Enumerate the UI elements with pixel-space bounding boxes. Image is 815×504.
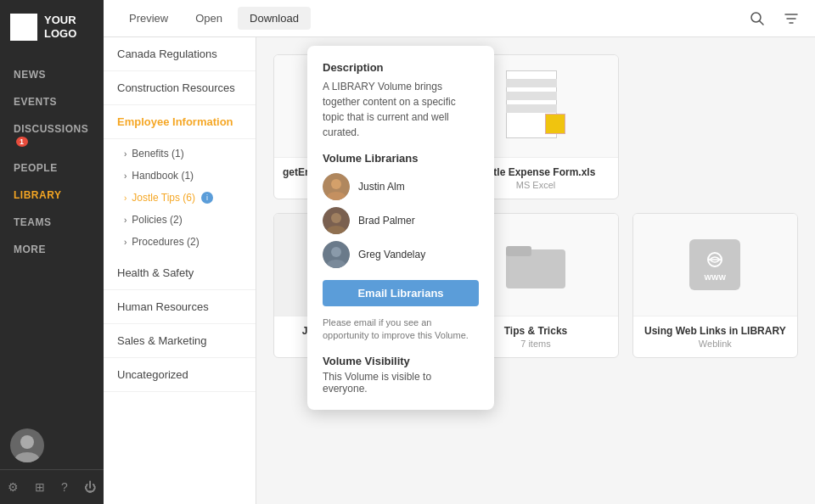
employee-information-item[interactable]: Employee Information [104, 105, 256, 139]
equalizer-icon[interactable]: ⊞ [35, 480, 45, 494]
email-librarians-button[interactable]: Email Librarians [323, 280, 479, 306]
sidebar: YOUR LOGO NEWS EVENTS DISCUSSIONS 1 PEOP… [0, 0, 104, 504]
topbar: Preview Open Download [104, 0, 815, 37]
popup-description-title: Description [323, 61, 479, 74]
settings-icon[interactable]: ⚙ [8, 480, 19, 494]
chevron-right-icon: › [124, 193, 126, 203]
sidebar-item-teams[interactable]: TEAMS [0, 209, 104, 236]
preview-btn[interactable]: Preview [117, 7, 180, 30]
panel-section: Canada Regulations Construction Resource… [104, 37, 256, 392]
health-safety-item[interactable]: Health & Safety [104, 256, 256, 290]
librarian-list: Justin Alm Brad Palmer [323, 173, 479, 268]
human-resources-item[interactable]: Human Resources [104, 290, 256, 324]
search-icon[interactable] [744, 5, 771, 32]
sales-marketing-item[interactable]: Sales & Marketing [104, 324, 256, 358]
librarian-3-avatar [323, 241, 350, 268]
employee-sub-items: › Benefits (1) › Handbook (1) › Jostle T… [104, 139, 256, 256]
chevron-right-icon: › [124, 216, 126, 225]
benefits-item[interactable]: › Benefits (1) [104, 143, 256, 165]
sidebar-item-people[interactable]: PEOPLE [0, 154, 104, 182]
librarian-3: Greg Vandelay [323, 241, 479, 268]
svg-point-1 [15, 452, 39, 462]
sidebar-item-discussions[interactable]: DISCUSSIONS 1 [0, 115, 104, 154]
open-btn[interactable]: Open [183, 7, 234, 30]
grid-area: Description A LIBRARY Volume brings toge… [256, 37, 815, 504]
librarian-1: Justin Alm [323, 173, 479, 200]
policies-item[interactable]: › Policies (2) [104, 209, 256, 231]
librarian-2: Brad Palmer [323, 207, 479, 234]
sidebar-item-events[interactable]: EVENTS [0, 88, 104, 115]
librarian-2-avatar [323, 207, 350, 234]
chevron-right-icon: › [124, 171, 126, 181]
procedures-item[interactable]: › Procedures (2) [104, 231, 256, 253]
popup-overlay: Description A LIBRARY Volume brings toge… [256, 37, 815, 504]
topbar-actions [734, 5, 815, 32]
librarian-3-name: Greg Vandelay [358, 249, 425, 260]
sidebar-item-news[interactable]: NEWS [0, 61, 104, 88]
sidebar-item-more[interactable]: MORE [0, 236, 104, 263]
canada-regulations-item[interactable]: Canada Regulations [104, 37, 256, 71]
svg-point-8 [331, 179, 341, 189]
librarian-1-avatar [323, 173, 350, 200]
sidebar-bottom: ⚙ ⊞ ? ⏻ [0, 469, 104, 504]
handbook-item[interactable]: › Handbook (1) [104, 165, 256, 187]
left-panel: Canada Regulations Construction Resource… [104, 37, 256, 504]
sidebar-item-library[interactable]: LIBRARY [0, 182, 104, 209]
power-icon[interactable]: ⏻ [84, 480, 96, 494]
user-avatar[interactable] [10, 428, 44, 462]
discussions-badge: 1 [16, 137, 28, 147]
topbar-nav: Preview Open Download [104, 7, 734, 30]
jostle-tips-item[interactable]: › Jostle Tips (6) i [104, 187, 256, 209]
info-badge: i [201, 192, 213, 204]
svg-point-14 [331, 247, 341, 257]
chevron-right-icon: › [124, 238, 126, 247]
help-icon[interactable]: ? [61, 480, 68, 494]
librarian-1-name: Justin Alm [358, 181, 405, 193]
svg-point-0 [20, 435, 34, 449]
popup-visibility-text: This Volume is visible to everyone. [323, 371, 479, 395]
popup-note: Please email if you see an opportunity t… [323, 316, 479, 343]
svg-point-11 [331, 213, 341, 223]
popup-librarians-title: Volume Librarians [323, 152, 479, 165]
content-area: Canada Regulations Construction Resource… [104, 37, 815, 504]
download-btn[interactable]: Download [238, 7, 311, 30]
logo-text: YOUR LOGO [44, 14, 93, 40]
popup-visibility-title: Volume Visibility [323, 355, 479, 367]
main-area: Preview Open Download [104, 0, 815, 504]
uncategorized-item[interactable]: Uncategorized [104, 358, 256, 392]
nav-items: NEWS EVENTS DISCUSSIONS 1 PEOPLE LIBRARY… [0, 54, 104, 422]
svg-line-3 [760, 20, 764, 25]
construction-resources-item[interactable]: Construction Resources [104, 71, 256, 105]
filter-icon[interactable] [778, 5, 805, 32]
logo-box [10, 14, 37, 41]
info-popup: Description A LIBRARY Volume brings toge… [307, 46, 494, 410]
logo-area: YOUR LOGO [0, 0, 104, 54]
popup-description-text: A LIBRARY Volume brings together content… [323, 79, 479, 140]
librarian-2-name: Brad Palmer [358, 215, 415, 227]
chevron-right-icon: › [124, 149, 126, 159]
